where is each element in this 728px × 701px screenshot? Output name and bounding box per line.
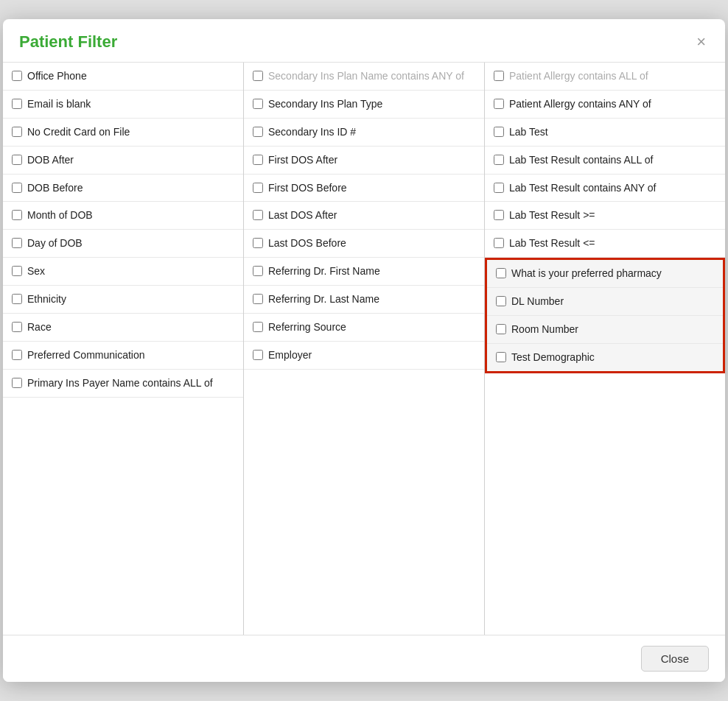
checkbox-col3-h0[interactable] — [496, 268, 506, 278]
filter-label-col1-9: Race — [27, 320, 52, 334]
checkbox-col3-5[interactable] — [494, 238, 504, 248]
filter-label-col2-4: Last DOS After — [268, 208, 337, 222]
checkbox-col2-7[interactable] — [253, 294, 263, 304]
checkbox-col2-6[interactable] — [253, 266, 263, 276]
filter-label-col3-h1: DL Number — [511, 295, 564, 309]
filter-label-col1-6: Day of DOB — [27, 236, 83, 250]
list-item[interactable]: DL Number — [487, 288, 723, 316]
checkbox-col2-4[interactable] — [253, 210, 263, 220]
list-item[interactable]: Referring Dr. Last Name — [244, 286, 484, 314]
filter-label-col2-2: First DOS After — [268, 153, 337, 167]
checkbox-col2-2[interactable] — [253, 155, 263, 165]
list-item[interactable]: Referring Dr. First Name — [244, 258, 484, 286]
filter-partial-top-col3[interactable]: Patient Allergy contains ALL of — [485, 63, 725, 91]
filter-partial-top-col2[interactable]: Secondary Ins Plan Name contains ANY of — [244, 63, 484, 91]
checkbox-col2-5[interactable] — [253, 238, 263, 248]
checkbox-col3-1[interactable] — [494, 127, 504, 137]
list-item[interactable]: What is your preferred pharmacy — [487, 260, 723, 288]
list-item[interactable]: Employer — [244, 342, 484, 370]
list-item[interactable]: Lab Test Result contains ALL of — [485, 147, 725, 175]
checkbox-col1-10[interactable] — [12, 350, 22, 360]
filter-label-col1-8: Ethnicity — [27, 292, 66, 306]
filter-label-col3-h3: Test Demographic — [511, 350, 595, 364]
checkbox-col1-9[interactable] — [12, 322, 22, 332]
list-item[interactable]: Last DOS After — [244, 202, 484, 230]
patient-filter-modal: Patient Filter × Office Phone Email is b… — [3, 19, 725, 682]
checkbox-col1-7[interactable] — [12, 266, 22, 276]
checkbox-col3-3[interactable] — [494, 183, 504, 193]
list-item[interactable]: Last DOS Before — [244, 230, 484, 258]
filter-label-col3-4: Lab Test Result >= — [509, 208, 595, 222]
filter-column-1: Office Phone Email is blank No Credit Ca… — [3, 63, 244, 635]
list-item[interactable]: Room Number — [487, 316, 723, 344]
filter-label-col2-0: Secondary Ins Plan Type — [268, 97, 382, 111]
filter-label-col1-4: DOB Before — [27, 181, 83, 195]
list-item[interactable]: Sex — [3, 258, 243, 286]
filter-column-3: Patient Allergy contains ALL of Patient … — [485, 63, 725, 635]
checkbox-col1-6[interactable] — [12, 238, 22, 248]
list-item[interactable]: DOB Before — [3, 175, 243, 202]
filter-label-col3-0: Patient Allergy contains ANY of — [509, 97, 651, 111]
checkbox-col2-8[interactable] — [253, 322, 263, 332]
checkbox-partial-col3[interactable] — [494, 71, 504, 81]
checkbox-col2-0[interactable] — [253, 99, 263, 109]
list-item[interactable]: Lab Test — [485, 119, 725, 147]
checkbox-col1-3[interactable] — [12, 155, 22, 165]
checkbox-col1-0[interactable] — [12, 71, 22, 81]
filter-label-col2-8: Referring Source — [268, 320, 346, 334]
checkbox-col1-1[interactable] — [12, 99, 22, 109]
filter-label-col1-10: Preferred Communication — [27, 348, 145, 362]
list-item[interactable]: Lab Test Result <= — [485, 230, 725, 258]
filter-label-col2-9: Employer — [268, 348, 312, 362]
checkbox-col2-1[interactable] — [253, 127, 263, 137]
list-item[interactable]: First DOS Before — [244, 175, 484, 202]
modal-close-x-button[interactable]: × — [693, 34, 709, 50]
list-item[interactable]: Patient Allergy contains ANY of — [485, 91, 725, 119]
filter-label-col1-2: No Credit Card on File — [27, 125, 130, 139]
checkbox-col2-9[interactable] — [253, 350, 263, 360]
filter-label-col3-2: Lab Test Result contains ALL of — [509, 153, 653, 167]
list-item[interactable]: Day of DOB — [3, 230, 243, 258]
list-item[interactable]: Secondary Ins Plan Type — [244, 91, 484, 119]
highlighted-filter-group: What is your preferred pharmacy DL Numbe… — [485, 258, 725, 373]
list-item[interactable]: First DOS After — [244, 147, 484, 175]
checkbox-col1-5[interactable] — [12, 210, 22, 220]
close-button[interactable]: Close — [641, 646, 709, 672]
filter-label-col3-h2: Room Number — [511, 323, 578, 337]
list-item[interactable]: Preferred Communication — [3, 342, 243, 370]
filter-label-col2-7: Referring Dr. Last Name — [268, 292, 379, 306]
filter-label-col1-3: DOB After — [27, 153, 74, 167]
checkbox-col1-4[interactable] — [12, 183, 22, 193]
list-item[interactable]: Lab Test Result >= — [485, 202, 725, 230]
list-item[interactable]: Race — [3, 314, 243, 342]
list-item[interactable]: Primary Ins Payer Name contains ALL of — [3, 370, 243, 398]
list-item[interactable]: Email is blank — [3, 91, 243, 119]
filter-label-col1-5: Month of DOB — [27, 208, 93, 222]
list-item[interactable]: DOB After — [3, 147, 243, 175]
list-item[interactable]: Secondary Ins ID # — [244, 119, 484, 147]
modal-title: Patient Filter — [19, 32, 117, 52]
list-item[interactable]: Referring Source — [244, 314, 484, 342]
filter-column-2: Secondary Ins Plan Name contains ANY of … — [244, 63, 485, 635]
list-item[interactable]: Test Demographic — [487, 344, 723, 371]
filter-partial-label-col2: Secondary Ins Plan Name contains ANY of — [268, 69, 464, 83]
list-item[interactable]: Lab Test Result contains ANY of — [485, 175, 725, 202]
list-item[interactable]: No Credit Card on File — [3, 119, 243, 147]
checkbox-col3-h1[interactable] — [496, 296, 506, 306]
checkbox-col3-4[interactable] — [494, 210, 504, 220]
checkbox-col1-2[interactable] — [12, 127, 22, 137]
filter-label-col1-1: Email is blank — [27, 97, 91, 111]
list-item[interactable]: Month of DOB — [3, 202, 243, 230]
list-item[interactable]: Office Phone — [3, 63, 243, 91]
filter-label-col2-1: Secondary Ins ID # — [268, 125, 356, 139]
filter-label-col2-5: Last DOS Before — [268, 236, 346, 250]
checkbox-col2-3[interactable] — [253, 183, 263, 193]
list-item[interactable]: Ethnicity — [3, 286, 243, 314]
checkbox-col1-11[interactable] — [12, 378, 22, 388]
checkbox-col3-h3[interactable] — [496, 352, 506, 362]
checkbox-partial-col2[interactable] — [253, 71, 263, 81]
checkbox-col3-0[interactable] — [494, 99, 504, 109]
checkbox-col3-h2[interactable] — [496, 324, 506, 334]
checkbox-col3-2[interactable] — [494, 155, 504, 165]
checkbox-col1-8[interactable] — [12, 294, 22, 304]
